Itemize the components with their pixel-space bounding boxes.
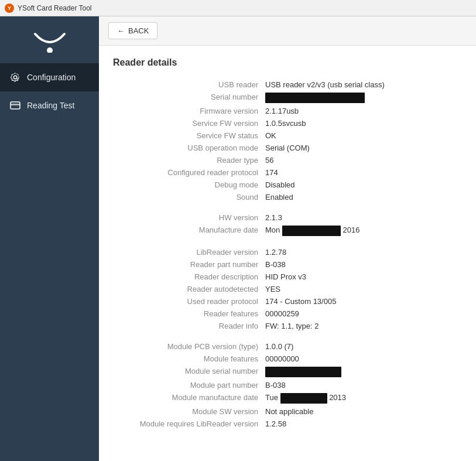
detail-value: 2.1.3 bbox=[265, 213, 462, 222]
sidebar-logo bbox=[0, 16, 99, 63]
detail-label: Module features bbox=[113, 354, 265, 363]
detail-value: FW: 1.1, type: 2 bbox=[265, 322, 462, 330]
detail-label: Reader type bbox=[113, 156, 265, 165]
detail-label: Sound bbox=[113, 193, 265, 202]
detail-label: Service FW status bbox=[113, 131, 265, 140]
table-row: USB operation modeSerial (COM) bbox=[113, 142, 462, 154]
detail-value: Disabled bbox=[265, 180, 462, 189]
table-row: Manufacture dateMon 2016 bbox=[113, 224, 462, 238]
back-button[interactable]: ← BACK bbox=[108, 22, 157, 39]
svg-point-0 bbox=[48, 49, 52, 52]
detail-value: 00000259 bbox=[265, 309, 462, 318]
table-row: Module serial number bbox=[113, 365, 462, 379]
detail-label: Module SW version bbox=[113, 407, 265, 416]
redacted-value bbox=[265, 93, 365, 103]
detail-label: Reader part number bbox=[113, 260, 265, 269]
detail-value: 2.1.17usb bbox=[265, 107, 462, 115]
detail-value: 1.0.5svcusb bbox=[265, 119, 462, 128]
sidebar: Configuration Reading Test bbox=[0, 16, 99, 461]
detail-label: Reader autodetected bbox=[113, 285, 265, 293]
detail-value: 1.0.0 (7) bbox=[265, 342, 462, 351]
table-row: Serial number bbox=[113, 91, 462, 105]
detail-label: Module requires LibReader version bbox=[113, 419, 265, 428]
detail-label: Manufacture date bbox=[113, 226, 265, 234]
back-button-label: BACK bbox=[128, 26, 149, 35]
detail-value: B-038 bbox=[265, 260, 462, 269]
main-layout: Configuration Reading Test ← BACK bbox=[0, 16, 476, 461]
detail-value: OK bbox=[265, 131, 462, 140]
table-row: Reader type56 bbox=[113, 154, 462, 166]
gear-icon bbox=[9, 71, 21, 83]
detail-label: USB reader bbox=[113, 80, 265, 89]
section-spacer bbox=[113, 203, 462, 211]
table-row: Module manufacture dateTue 2013 bbox=[113, 391, 462, 405]
detail-label: USB operation mode bbox=[113, 144, 265, 152]
table-row: USB readerUSB reader v2/v3 (usb serial c… bbox=[113, 78, 462, 91]
detail-value: Tue 2013 bbox=[265, 393, 462, 404]
detail-label: Serial number bbox=[113, 93, 265, 101]
table-row: Configured reader protocol174 bbox=[113, 166, 462, 179]
table-row: Module requires LibReader version1.2.58 bbox=[113, 418, 462, 430]
details-table: USB readerUSB reader v2/v3 (usb serial c… bbox=[113, 78, 462, 430]
detail-value: Mon 2016 bbox=[265, 226, 462, 236]
detail-value bbox=[265, 93, 462, 103]
table-row: Used reader protocol174 - Custom 13/005 bbox=[113, 295, 462, 308]
table-row: Debug modeDisabled bbox=[113, 179, 462, 191]
card-icon bbox=[9, 100, 21, 111]
table-row: Reader infoFW: 1.1, type: 2 bbox=[113, 320, 462, 332]
detail-label: Reader info bbox=[113, 322, 265, 330]
sidebar-item-reading-test[interactable]: Reading Test bbox=[0, 91, 99, 119]
table-row: Reader features00000259 bbox=[113, 308, 462, 320]
detail-label: LibReader version bbox=[113, 248, 265, 257]
sidebar-item-configuration[interactable]: Configuration bbox=[0, 63, 99, 91]
detail-label: Debug mode bbox=[113, 180, 265, 189]
back-arrow-icon: ← bbox=[117, 26, 125, 35]
table-row: Reader autodetectedYES bbox=[113, 283, 462, 295]
detail-label: Module manufacture date bbox=[113, 393, 265, 402]
detail-value: 1.2.78 bbox=[265, 248, 462, 257]
table-row: Reader descriptionHID Prox v3 bbox=[113, 271, 462, 283]
content-area: ← BACK Reader details USB readerUSB read… bbox=[99, 16, 476, 461]
detail-label: Reader description bbox=[113, 272, 265, 281]
content-body: Reader details USB readerUSB reader v2/v… bbox=[99, 46, 476, 442]
detail-value: 56 bbox=[265, 156, 462, 165]
detail-value: YES bbox=[265, 285, 462, 293]
detail-value bbox=[265, 367, 462, 377]
detail-value: 00000000 bbox=[265, 354, 462, 363]
section-spacer bbox=[113, 332, 462, 340]
detail-label: Service FW version bbox=[113, 119, 265, 128]
detail-label: Module part number bbox=[113, 381, 265, 390]
redacted-value bbox=[282, 226, 341, 236]
svg-rect-2 bbox=[11, 104, 20, 105]
detail-value: Enabled bbox=[265, 193, 462, 202]
detail-value: Not applicable bbox=[265, 407, 462, 416]
section-spacer bbox=[113, 238, 462, 246]
page-title: Reader details bbox=[113, 57, 462, 68]
redacted-value bbox=[265, 367, 341, 377]
table-row: HW version2.1.3 bbox=[113, 211, 462, 224]
detail-label: Module serial number bbox=[113, 367, 265, 375]
table-row: Module PCB version (type)1.0.0 (7) bbox=[113, 340, 462, 353]
app-title: YSoft Card Reader Tool bbox=[18, 4, 92, 12]
detail-value: 174 bbox=[265, 168, 462, 177]
redacted-value bbox=[280, 393, 327, 404]
sidebar-nav: Configuration Reading Test bbox=[0, 63, 99, 119]
table-row: LibReader version1.2.78 bbox=[113, 246, 462, 258]
detail-label: Firmware version bbox=[113, 107, 265, 115]
top-bar: ← BACK bbox=[99, 16, 476, 46]
table-row: Service FW version1.0.5svcusb bbox=[113, 117, 462, 129]
detail-label: Reader features bbox=[113, 309, 265, 318]
app-icon: Y bbox=[5, 4, 14, 13]
sidebar-item-configuration-label: Configuration bbox=[27, 73, 76, 82]
detail-label: Module PCB version (type) bbox=[113, 342, 265, 351]
detail-value: HID Prox v3 bbox=[265, 272, 462, 281]
detail-value: USB reader v2/v3 (usb serial class) bbox=[265, 80, 462, 89]
table-row: SoundEnabled bbox=[113, 191, 462, 203]
detail-value: 174 - Custom 13/005 bbox=[265, 297, 462, 306]
detail-label: Configured reader protocol bbox=[113, 168, 265, 177]
title-bar: Y YSoft Card Reader Tool bbox=[0, 0, 476, 16]
detail-value: 1.2.58 bbox=[265, 419, 462, 428]
detail-label: Used reader protocol bbox=[113, 297, 265, 306]
detail-label: HW version bbox=[113, 213, 265, 222]
table-row: Service FW statusOK bbox=[113, 129, 462, 142]
